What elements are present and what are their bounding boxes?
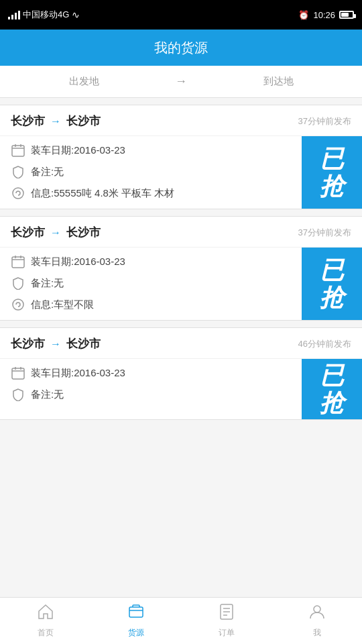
nav-cargo[interactable]: 货源 (90, 598, 181, 644)
battery-icon (339, 11, 354, 19)
card-1-to: 长沙市 (66, 113, 101, 129)
card-2-note: 备注:无 (31, 277, 64, 290)
filter-destination[interactable]: 到达地 (194, 75, 362, 88)
card-2-route-arrow: → (50, 227, 61, 239)
app-header: 我的货源 (0, 30, 362, 66)
card-1-date-row: 装车日期:2016-03-23 (11, 143, 291, 158)
card-3-route-arrow: → (50, 338, 61, 350)
card-1-route: 长沙市 → 长沙市 (11, 113, 101, 129)
nav-home[interactable]: 首页 (0, 598, 90, 644)
bag-icon (11, 186, 25, 201)
card-3-time: 46分钟前发布 (298, 338, 351, 350)
nav-cargo-label: 货源 (128, 627, 144, 639)
card-1-info: 装车日期:2016-03-23 备注:无 (0, 136, 302, 209)
cargo-icon (127, 603, 145, 625)
time-label: 10:26 (313, 10, 335, 20)
card-2-cargo-info: 信息:车型不限 (31, 299, 94, 311)
card-1-note-row: 备注:无 (11, 164, 291, 179)
card-2-info: 装车日期:2016-03-23 备注:无 (0, 248, 302, 320)
card-3-date: 装车日期:2016-03-23 (31, 367, 125, 380)
card-3-info: 装车日期:2016-03-23 备注:无 (0, 359, 302, 419)
bottom-nav: 首页 货源 订单 我 (0, 597, 362, 644)
status-bar: 中国移动4G ∿ ⏰ 10:26 (0, 0, 362, 30)
filter-arrow-icon: → (168, 74, 194, 89)
carrier-label: 中国移动4G (23, 9, 69, 21)
note-icon-2 (11, 276, 25, 290)
nav-orders-label: 订单 (219, 627, 235, 639)
svg-rect-10 (12, 368, 24, 379)
bag-icon-2 (11, 297, 25, 312)
signal-icon (8, 10, 20, 19)
card-2-date-row: 装车日期:2016-03-23 (11, 254, 291, 269)
card-1-header[interactable]: 长沙市 → 长沙市 37分钟前发布 (0, 105, 362, 136)
card-1-info-row: 信息:55555吨 4.8米 平板车 木材 (11, 186, 291, 201)
card-3-from: 长沙市 (11, 336, 45, 352)
card-3-header[interactable]: 长沙市 → 长沙市 46分钟前发布 (0, 328, 362, 359)
card-1-badge-text: 已抢 (320, 145, 344, 201)
svg-point-19 (314, 606, 320, 612)
svg-rect-0 (12, 146, 24, 156)
svg-rect-14 (129, 607, 143, 617)
status-right: ⏰ 10:26 (298, 10, 354, 20)
card-2-to: 长沙市 (66, 225, 101, 240)
nav-orders[interactable]: 订单 (181, 598, 272, 644)
card-2-header[interactable]: 长沙市 → 长沙市 37分钟前发布 (0, 217, 362, 248)
home-icon (37, 603, 54, 625)
note-icon (11, 164, 25, 179)
svg-point-9 (13, 299, 23, 310)
card-2-badge[interactable]: 已抢 (302, 248, 362, 320)
nav-home-label: 首页 (38, 627, 54, 639)
filter-bar: 出发地 → 到达地 (0, 66, 362, 98)
card-1-cargo-info: 信息:55555吨 4.8米 平板车 木材 (31, 187, 174, 200)
card-2-info-row: 信息:车型不限 (11, 297, 291, 312)
card-2-body: 装车日期:2016-03-23 备注:无 (0, 248, 362, 320)
card-1-route-arrow: → (50, 115, 61, 127)
nav-profile[interactable]: 我 (272, 598, 362, 644)
cargo-list: 长沙市 → 长沙市 37分钟前发布 装车日期:2016 (0, 105, 362, 470)
card-3-badge[interactable]: 已抢 (302, 359, 362, 419)
svg-point-4 (13, 188, 23, 199)
card-2-date: 装车日期:2016-03-23 (31, 256, 125, 268)
cargo-card-3: 长沙市 → 长沙市 46分钟前发布 装车日期:2016 (0, 327, 362, 420)
wifi-icon: ∿ (72, 9, 80, 20)
filter-origin[interactable]: 出发地 (0, 75, 168, 88)
card-3-body: 装车日期:2016-03-23 备注:无 已抢 (0, 359, 362, 419)
note-icon-3 (11, 387, 25, 402)
card-2-route: 长沙市 → 长沙市 (11, 225, 101, 240)
card-2-note-row: 备注:无 (11, 276, 291, 290)
card-3-to: 长沙市 (66, 336, 101, 352)
orders-icon (218, 603, 235, 625)
card-1-badge[interactable]: 已抢 (302, 136, 362, 209)
card-1-body: 装车日期:2016-03-23 备注:无 (0, 136, 362, 209)
card-1-note: 备注:无 (31, 166, 64, 178)
alarm-icon: ⏰ (298, 10, 309, 20)
svg-rect-5 (12, 257, 24, 268)
calendar-icon (11, 143, 25, 158)
profile-icon (308, 603, 326, 625)
card-1-from: 长沙市 (11, 113, 45, 129)
card-3-route: 长沙市 → 长沙市 (11, 336, 101, 352)
card-3-badge-text: 已抢 (320, 362, 344, 417)
card-3-date-row: 装车日期:2016-03-23 (11, 366, 291, 380)
cargo-card-1: 长沙市 → 长沙市 37分钟前发布 装车日期:2016 (0, 105, 362, 209)
page-title: 我的货源 (154, 39, 208, 57)
card-2-badge-text: 已抢 (320, 256, 344, 312)
card-3-note: 备注:无 (31, 388, 64, 401)
card-1-time: 37分钟前发布 (298, 115, 351, 127)
calendar-icon-3 (11, 366, 25, 380)
card-2-from: 长沙市 (11, 225, 45, 240)
card-2-time: 37分钟前发布 (298, 227, 351, 239)
nav-profile-label: 我 (313, 627, 321, 639)
card-1-date: 装车日期:2016-03-23 (31, 144, 125, 157)
cargo-card-2: 长沙市 → 长沙市 37分钟前发布 装车日期:2016 (0, 216, 362, 321)
status-left: 中国移动4G ∿ (8, 9, 80, 21)
calendar-icon-2 (11, 254, 25, 269)
card-3-note-row: 备注:无 (11, 387, 291, 402)
